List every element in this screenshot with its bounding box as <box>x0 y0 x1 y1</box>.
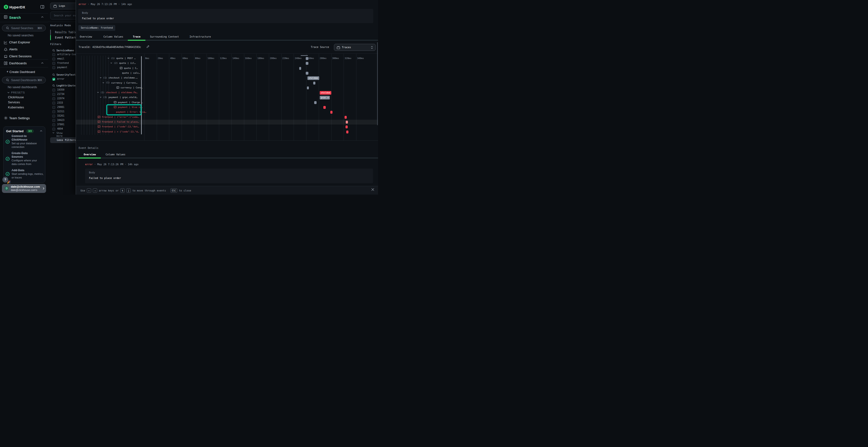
checkbox-unchecked[interactable] <box>52 89 55 92</box>
event-details-tab-underline <box>76 158 378 159</box>
k-key[interactable]: k <box>120 188 125 193</box>
tab-overview[interactable]: Overview <box>80 35 92 38</box>
sidebar-item-search[interactable]: Search <box>0 13 48 22</box>
checkbox-unchecked[interactable] <box>52 110 55 113</box>
user-email: dale@clickhouse.com <box>11 185 40 188</box>
collapse-sidebar-icon[interactable] <box>40 5 44 9</box>
severity-badge: error <box>79 3 86 5</box>
span-row[interactable]: (2)quote | {cl… <box>76 61 378 66</box>
left-arrow-key[interactable]: ← <box>87 188 91 193</box>
active-tab-indicator <box>128 40 145 41</box>
get-started-item-subtitle: Start sending logs, metrics, or traces <box>11 172 44 179</box>
user-menu[interactable]: D dale@clickhouse.com dale@clickhouse.co… <box>2 184 46 193</box>
event-detail-drawer: error · May 26 7:13:26 PM · 14h ago Body… <box>76 0 378 195</box>
sidebar-preset-item[interactable]: ClickHouse <box>8 95 24 100</box>
event-details-tab-column-values[interactable]: Column Values <box>105 153 125 156</box>
saved-dashboards-input[interactable]: Saved Dashboards ⌘K <box>2 77 46 83</box>
span-row[interactable]: frontend | {"error":{"code… <box>76 115 378 120</box>
saved-dashboards-placeholder: Saved Dashboards <box>11 78 37 82</box>
span-row[interactable]: quote | C… <box>76 66 378 71</box>
severity-badge: error <box>85 163 93 166</box>
chevron-down-icon[interactable] <box>100 96 102 98</box>
chevron-down-icon[interactable] <box>102 82 104 84</box>
service-tag[interactable]: ServiceName: frontend <box>79 25 115 31</box>
saved-searches-input[interactable]: Saved Searches ⌘K <box>2 25 46 31</box>
drawer-scrollbar[interactable] <box>377 42 378 125</box>
right-arrow-key[interactable]: → <box>93 188 97 193</box>
checkbox-unchecked[interactable] <box>52 128 55 131</box>
span-row[interactable]: (1)checkout | oteldemo.…oteldem <box>76 76 378 80</box>
sidebar-preset-item[interactable]: Kubernetes <box>8 105 24 110</box>
get-started-item[interactable]: Create Data Sources Configure where your… <box>5 151 44 166</box>
get-started-item[interactable]: Connect to ClickHouse Set up your databa… <box>5 134 44 149</box>
span-duration-bar[interactable] <box>346 121 348 124</box>
help-button[interactable]: ? <box>2 177 8 182</box>
span-duration-bar[interactable] <box>314 101 317 104</box>
checkbox-unchecked[interactable] <box>52 58 55 61</box>
chevron-down-icon[interactable] <box>107 57 110 59</box>
checkbox-unchecked[interactable] <box>52 62 55 65</box>
log-doc-icon <box>117 87 119 89</box>
event-details-tab-overview[interactable]: Overview <box>84 153 96 156</box>
chevron-down-icon[interactable] <box>110 62 112 64</box>
sidebar-preset-item[interactable]: Services <box>8 100 24 105</box>
tab-trace[interactable]: Trace <box>133 35 141 38</box>
chevron-down-icon[interactable] <box>100 77 102 79</box>
checkbox-unchecked[interactable] <box>52 119 55 122</box>
span-duration-bar[interactable] <box>345 126 348 128</box>
event-details-title: Event Details <box>79 146 98 149</box>
get-started-item[interactable]: Add Data Start sending logs, metrics, or… <box>5 169 44 179</box>
checkbox-unchecked[interactable] <box>52 106 55 109</box>
esc-key[interactable]: ESC <box>170 188 177 193</box>
span-duration-bar[interactable] <box>346 131 348 133</box>
tab-infrastructure[interactable]: Infrastructure <box>189 35 211 38</box>
span-duration-bar[interactable]: oteldem <box>320 91 331 95</box>
span-duration-bar[interactable]: oteldem <box>307 76 319 80</box>
mode-indicator-active <box>50 35 51 40</box>
span-row[interactable]: frontend | Failed to place… <box>76 120 378 125</box>
timeline-scroll-indicator[interactable] <box>301 55 308 56</box>
sidebar-item-dashboards[interactable]: Dashboards <box>0 59 48 67</box>
span-duration-bar[interactable]: grpc.o <box>320 96 330 100</box>
checkbox-checked[interactable] <box>52 78 55 81</box>
child-count: (1) <box>100 91 104 94</box>
span-duration-bar[interactable] <box>299 67 301 70</box>
close-icon[interactable] <box>371 188 374 191</box>
span-duration-bar[interactable] <box>307 87 309 89</box>
tab-column-values[interactable]: Column Values <box>103 35 123 38</box>
tab-surrounding-context[interactable]: Surrounding Context <box>150 35 179 38</box>
span-row[interactable]: (1)checkout | oteldemo.Pa…oteldem <box>76 90 378 95</box>
span-row[interactable]: frontend | {"code":13,"det… <box>76 125 378 129</box>
span-duration-bar[interactable] <box>313 82 315 84</box>
checkbox-unchecked[interactable] <box>52 123 55 126</box>
span-duration-bar[interactable] <box>323 106 326 109</box>
trace-source-select[interactable]: Traces <box>334 44 376 51</box>
check-circle-icon <box>5 157 10 161</box>
span-duration-bar[interactable] <box>306 57 308 60</box>
checkbox-unchecked[interactable] <box>52 102 55 105</box>
search-icon <box>6 78 9 82</box>
checkbox-unchecked[interactable] <box>52 66 55 69</box>
span-row[interactable]: (3)payment | grpc.oteld…grpc.o <box>76 95 378 100</box>
span-duration-bar[interactable] <box>306 62 308 65</box>
span-row[interactable]: (1)quote | POST … <box>76 56 378 61</box>
span-list-scrollbar[interactable] <box>141 56 142 134</box>
chevron-up-icon[interactable] <box>40 130 42 132</box>
edit-trace-id-icon[interactable] <box>146 45 150 48</box>
checkbox-unchecked[interactable] <box>52 115 55 117</box>
body-value: Failed to place order <box>82 17 114 20</box>
span-row[interactable]: (1)currency | Currenc… <box>76 81 378 85</box>
span-row[interactable]: currency | Conv… <box>76 85 378 90</box>
span-duration-bar[interactable] <box>345 116 347 119</box>
checkbox-unchecked[interactable] <box>52 97 55 100</box>
span-row[interactable]: quote | calc… <box>76 71 378 76</box>
chevron-down-icon[interactable] <box>97 91 99 94</box>
span-duration-bar[interactable] <box>306 72 308 75</box>
span-row[interactable]: frontend | × {"code":13,"d… <box>76 130 378 134</box>
j-key[interactable]: j <box>126 188 131 193</box>
checkbox-unchecked[interactable] <box>52 53 55 56</box>
search-icon <box>52 84 55 87</box>
span-duration-bar[interactable] <box>330 111 333 114</box>
checkbox-unchecked[interactable] <box>52 93 55 96</box>
trace-waterfall[interactable]: 0ms20ms40ms60ms80ms100ms120ms140ms160ms1… <box>76 54 378 141</box>
